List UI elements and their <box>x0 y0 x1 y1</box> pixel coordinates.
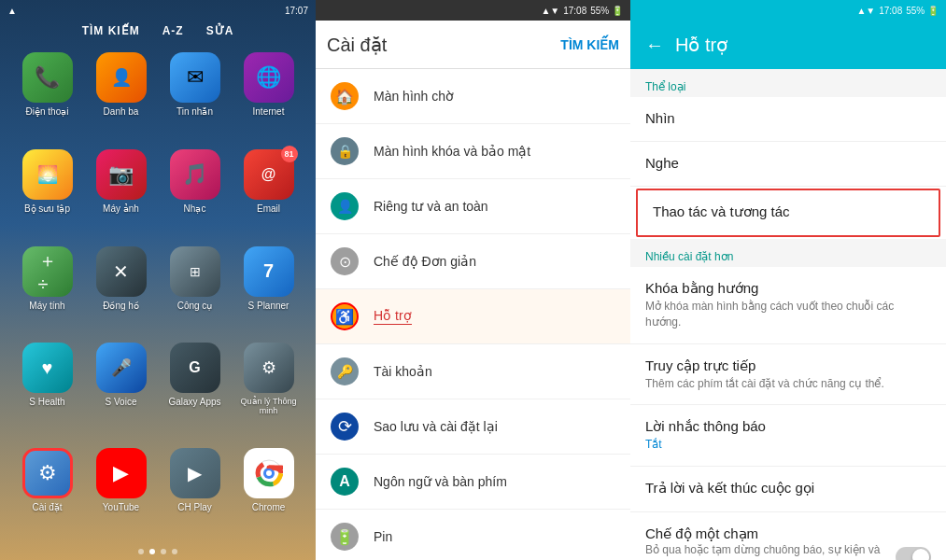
settings-search-button[interactable]: TÌM KIẾM <box>560 37 619 52</box>
settings-page-title: Cài đặt <box>327 34 549 56</box>
settings-item-manhincho[interactable]: 🏠 Màn hình chờ <box>316 69 630 124</box>
hotro-status-bar: ▲▼ 17:08 55% 🔋 <box>630 0 946 21</box>
app-item-email[interactable]: @ 81 Email <box>236 149 301 237</box>
app-item-donghо[interactable]: ✕ Đồng hồ <box>89 246 153 334</box>
settings-icon-saoluu: ⟳ <box>331 413 359 441</box>
app-label-donghо: Đồng hồ <box>103 301 139 311</box>
app-icon-danhba: 👤 <box>96 52 147 103</box>
app-icon-internet: 🌐 <box>244 52 294 103</box>
app-item-mayanh[interactable]: 📷 Máy ảnh <box>89 149 153 237</box>
app-label-boseutap: Bộ sưu tập <box>24 203 70 214</box>
app-label-splanner: S Planner <box>248 301 289 311</box>
hotro-item-khoahuong[interactable]: Khóa bằng hướng Mở khóa màn hình bằng cá… <box>630 267 946 344</box>
settings-time: 17:08 <box>563 6 586 16</box>
hotro-item-traloi[interactable]: Trả lời và kết thúc cuộc gọi <box>630 467 946 512</box>
app-icon-chplay: ▶ <box>170 448 220 498</box>
settings-item-hotro[interactable]: ♿ Hỗ trợ <box>316 289 630 344</box>
hotro-item-nghe[interactable]: Nghe <box>630 142 946 187</box>
home-screen: ▲ 17:07 TÌM KIẾM A-Z SỬA 📞 Điện thoại 👤 … <box>0 0 316 560</box>
app-item-chrome[interactable]: Chrome <box>236 448 301 536</box>
settings-item-ngonngu[interactable]: A Ngôn ngữ và bàn phím <box>316 455 630 510</box>
settings-item-manhinkoa[interactable]: 🔒 Màn hình khóa và bảo mật <box>316 124 630 179</box>
settings-header: Cài đặt TÌM KIẾM <box>316 21 630 69</box>
app-item-quanly[interactable]: ⚙ Quản lý Thông minh <box>236 343 301 439</box>
settings-status-bar: ▲▼ 17:08 55% 🔋 <box>316 0 630 21</box>
hotro-sub-khoahuong: Mở khóa màn hình bằng cách vuốt theo chu… <box>645 299 931 330</box>
app-item-boseutap[interactable]: 🌅 Bộ sưu tập <box>15 149 79 237</box>
app-icon-mayanh: 📷 <box>96 149 147 200</box>
app-label-quanly: Quản lý Thông minh <box>236 397 301 415</box>
app-label-chplay: CH Play <box>177 502 212 512</box>
app-item-galaxyapps[interactable]: G Galaxy Apps <box>162 343 227 439</box>
app-label-congthu: Công cụ <box>177 301 213 311</box>
app-icon-chrome <box>244 448 294 498</box>
toggle-knob <box>912 549 929 560</box>
hotro-title-nghe: Nghe <box>645 155 931 171</box>
svg-point-3 <box>266 470 272 476</box>
settings-icon-hotro: ♿ <box>331 302 359 330</box>
app-item-internet[interactable]: 🌐 Internet <box>236 52 301 140</box>
hotro-item-nhin[interactable]: Nhìn <box>630 97 946 142</box>
app-label-galaxyapps: Galaxy Apps <box>168 397 220 407</box>
settings-item-riengtu[interactable]: 👤 Riêng tư và an toàn <box>316 179 630 234</box>
app-item-youtube[interactable]: ▶ YouTube <box>89 448 153 536</box>
hotro-item-loinhac[interactable]: Lời nhắc thông báo Tắt <box>630 405 946 467</box>
app-icon-congthu: ⊞ <box>170 246 220 297</box>
hotro-item-chedomot[interactable]: Chế độ một chạm Bỏ qua hoặc tạm dừng chu… <box>630 512 946 560</box>
app-icon-quanly: ⚙ <box>244 343 294 393</box>
app-icon-email: @ 81 <box>244 149 294 200</box>
app-icon-boseutap: 🌅 <box>22 149 73 200</box>
app-item-splanner[interactable]: 7 S Planner <box>236 246 301 334</box>
dot-1 <box>138 549 144 554</box>
app-grid: 📞 Điện thoại 👤 Danh ba ✉ Tin nhắn 🌐 Inte… <box>0 45 316 543</box>
app-item-congthu[interactable]: ⊞ Công cụ <box>162 246 227 334</box>
settings-item-chedongiaan[interactable]: ⊙ Chế độ Đơn giản <box>316 234 630 289</box>
app-icon-maytinh: ＋÷ <box>22 246 73 297</box>
settings-icon-chedongiaan: ⊙ <box>331 247 359 275</box>
settings-list: 🏠 Màn hình chờ 🔒 Màn hình khóa và bảo mậ… <box>316 69 630 560</box>
hotro-panel: ▲▼ 17:08 55% 🔋 ← Hỗ trợ Thể loại Nhìn Ng… <box>630 0 946 560</box>
settings-icon-manhinkoa: 🔒 <box>331 137 359 165</box>
app-item-shealth[interactable]: ♥ S Health <box>15 343 79 439</box>
settings-item-saoluu[interactable]: ⟳ Sao lưu và cài đặt lại <box>316 399 630 455</box>
settings-label-riengtu: Riêng tư và an toàn <box>374 199 488 214</box>
home-time: 17:07 <box>285 6 308 16</box>
home-toolbar: TÌM KIẾM A-Z SỬA <box>0 21 316 45</box>
hotro-back-button[interactable]: ← <box>645 35 664 56</box>
app-item-nhac[interactable]: 🎵 Nhạc <box>162 149 227 237</box>
app-label-mayanh: Máy ảnh <box>103 203 139 214</box>
app-icon-svoice: 🎤 <box>96 343 147 393</box>
hotro-item-thaotac[interactable]: Thao tác và tương tác <box>636 189 940 237</box>
app-label-caidat: Cài đặt <box>32 502 62 512</box>
hotro-battery: 55% 🔋 <box>906 6 939 16</box>
toolbar-edit[interactable]: SỬA <box>206 24 234 37</box>
settings-label-pin: Pin <box>374 529 392 544</box>
hotro-time: 17:08 <box>879 6 902 16</box>
hotro-signal-icon: ▲▼ <box>856 6 875 16</box>
chedomot-toggle[interactable] <box>896 547 931 560</box>
app-item-svoice[interactable]: 🎤 S Voice <box>89 343 153 439</box>
app-item-tinnhan[interactable]: ✉ Tin nhắn <box>162 52 227 140</box>
hotro-sub-loinhac: Tắt <box>645 437 931 453</box>
app-label-nhac: Nhạc <box>184 203 206 214</box>
hotro-header: ← Hỗ trợ <box>630 21 946 69</box>
settings-item-taikhoan[interactable]: 🔑 Tài khoản <box>316 344 630 399</box>
app-label-tinnhan: Tin nhắn <box>176 106 213 117</box>
toolbar-az[interactable]: A-Z <box>162 24 184 37</box>
settings-battery: 55% 🔋 <box>590 6 623 16</box>
app-item-chplay[interactable]: ▶ CH Play <box>162 448 227 536</box>
app-icon-youtube: ▶ <box>96 448 147 498</box>
hotro-title-truyxuat: Truy cập trực tiếp <box>645 357 931 374</box>
settings-item-pin[interactable]: 🔋 Pin <box>316 510 630 560</box>
settings-label-saoluu: Sao lưu và cài đặt lại <box>374 419 498 434</box>
app-item-danhba[interactable]: 👤 Danh ba <box>89 52 153 140</box>
app-item-maytinh[interactable]: ＋÷ Máy tính <box>15 246 79 334</box>
toolbar-search[interactable]: TÌM KIẾM <box>82 24 140 37</box>
hotro-sub-chedomot: Bỏ qua hoặc tạm dừng chuông báo, sự kiện… <box>645 542 896 560</box>
hotro-item-truyxuat[interactable]: Truy cập trực tiếp Thêm các phím tắt cài… <box>630 344 946 406</box>
settings-label-manhincho: Màn hình chờ <box>374 89 454 104</box>
app-item-caidat[interactable]: ⚙ Cài đặt <box>15 448 79 536</box>
dot-3 <box>161 549 166 554</box>
settings-icon-ngonngu: A <box>331 468 359 496</box>
app-item-dienthoai[interactable]: 📞 Điện thoại <box>15 52 79 140</box>
